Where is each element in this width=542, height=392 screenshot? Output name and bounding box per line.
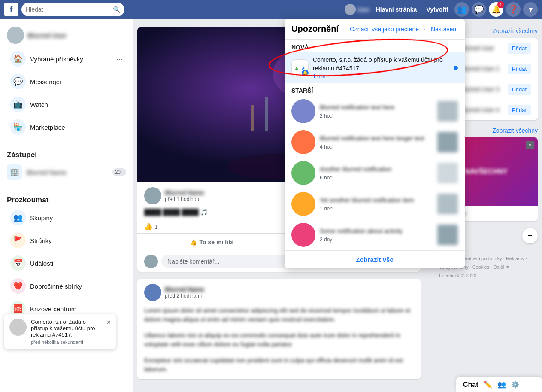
sidebar-divider-2 xyxy=(0,187,133,187)
notifications-icon-btn[interactable]: 🔔 1 xyxy=(489,2,503,17)
notif-old-4-thumb xyxy=(437,194,458,214)
like-btn[interactable]: 👍 To se mi líbí xyxy=(144,235,279,249)
notif-old-1-avatar-wrap xyxy=(291,99,315,123)
facebook-logo[interactable]: f xyxy=(4,3,18,16)
chat-new-btn[interactable]: ✏️ xyxy=(484,380,492,389)
zastupci-name: Blurred Name xyxy=(27,169,67,176)
notif-item-old-4[interactable]: Yet another blurred notification item 1 … xyxy=(285,188,465,219)
udalosti-icon: 📅 xyxy=(10,255,26,271)
post1-name: Blurred Name xyxy=(165,189,204,196)
notif-item-old-5[interactable]: Some notification about activity 2 dny xyxy=(285,219,465,250)
prozkoumat-section-label: Prozkoumat xyxy=(0,191,133,206)
hlavni-stranka-btn[interactable]: Hlavní stránka xyxy=(372,3,421,15)
sidebar-item-skupiny[interactable]: 👥 Skupiny xyxy=(3,207,130,229)
notif-text-new: Comerto, s.r.o. žádá o přístup k vašemu … xyxy=(313,56,458,73)
like-btn-label: To se mi líbí xyxy=(200,239,234,246)
add-btn-3[interactable]: Přidat xyxy=(508,84,531,95)
notif-old-5-time: 2 dny xyxy=(320,237,433,243)
toast-notification: Comerto, s.r.o. žádá o přístup k vašemu … xyxy=(4,314,116,349)
add-plus-btn[interactable]: + xyxy=(522,228,538,243)
friends-icon-btn[interactable]: 👥 xyxy=(454,2,469,17)
sidebar-item-marketplace[interactable]: 🏪 Marketplace xyxy=(3,116,130,138)
notif-old-5-thumb xyxy=(437,225,458,245)
chevron-down-icon: ▾ xyxy=(529,5,533,14)
notif-old-4-time: 1 den xyxy=(320,206,433,212)
toast-close-btn[interactable]: × xyxy=(107,319,111,326)
topnav: f 🔍 User Hlavní stránka Vytvořit 👥 💬 🔔 1… xyxy=(0,0,542,19)
post2-name: Blurred Name xyxy=(165,286,204,293)
sidebar-item-stranky[interactable]: 🚩 Stránky xyxy=(3,229,130,252)
settings-icon-btn[interactable]: ▾ xyxy=(523,2,538,17)
ad-text: NAVŠECHNY xyxy=(465,168,507,176)
sidebar-user[interactable]: Blurred User xyxy=(0,23,133,47)
notif-old-4-avatar xyxy=(291,192,315,216)
watch-icon: 📺 xyxy=(10,97,26,112)
notif-old-5-content: Some notification about activity 2 dny xyxy=(320,227,433,243)
chat-label: Chat xyxy=(463,381,478,389)
zastupci-count-badge: 20+ xyxy=(112,168,126,176)
dobrocinne-icon: ❤️ xyxy=(10,278,26,294)
sidebar-item-udalosti[interactable]: 📅 Události xyxy=(3,252,130,274)
right-action-1: Přidat xyxy=(508,43,531,54)
notif-old-3-avatar xyxy=(291,161,315,185)
show-all-link-top[interactable]: Zobrazit všechny xyxy=(492,27,538,34)
messenger-icon-btn[interactable]: 💬 xyxy=(472,2,486,17)
sidebar-user-avatar xyxy=(7,27,24,44)
udalosti-label: Události xyxy=(30,260,53,267)
search-input[interactable] xyxy=(26,6,111,13)
more-options-icon[interactable]: ··· xyxy=(116,55,123,64)
sidebar-messenger-label: Messenger xyxy=(30,78,62,85)
notif-item-new[interactable]: ▲ ▲ 🔔 Comerto, s.r.o. žádá o přístup k v… xyxy=(285,52,465,83)
notif-old-1-text: Blurred notification text here xyxy=(320,103,433,112)
add-btn-1[interactable]: Přidat xyxy=(508,43,531,54)
notif-old-5-text: Some notification about activity xyxy=(320,227,433,236)
notif-old-5-avatar xyxy=(291,223,315,247)
notif-old-2-content: Blurred notification text here longer te… xyxy=(320,134,433,150)
chat-contacts-btn[interactable]: 👥 xyxy=(497,380,506,389)
mark-all-read-btn[interactable]: Označit vše jako přečtené xyxy=(350,26,419,33)
notif-item-old-3[interactable]: Another blurred notification 6 hod xyxy=(285,158,465,188)
post1-emoji: 🎵 xyxy=(200,209,208,216)
notif-time-new: 1 min xyxy=(313,73,458,79)
close-ad-btn[interactable]: × xyxy=(526,141,534,149)
right-action-4: Přidat xyxy=(508,105,531,115)
sidebar-feed-label: Vybrané příspěvky xyxy=(30,55,83,63)
notif-old-3-time: 6 hod xyxy=(320,175,433,181)
sidebar-item-watch[interactable]: 📺 Watch xyxy=(3,93,130,115)
sidebar-zastupci-item[interactable]: 🏢 Blurred Name 20+ xyxy=(0,161,133,183)
username-label: User xyxy=(357,6,370,13)
notif-old-1-time: 2 hod xyxy=(320,113,433,119)
notif-settings-btn[interactable]: Nastavení xyxy=(431,26,458,33)
sidebar-item-messenger[interactable]: 💬 Messenger xyxy=(3,70,130,93)
messenger-icon: 💬 xyxy=(474,5,484,14)
post2-header: Blurred Name před 2 hodinami xyxy=(137,279,421,306)
notif-old-3-avatar-wrap xyxy=(291,161,315,185)
show-all-link-2[interactable]: Zobrazit všechny xyxy=(492,127,538,134)
chat-settings-btn[interactable]: ⚙️ xyxy=(511,380,520,389)
notif-item-old-1[interactable]: Blurred notification text here 2 hod xyxy=(285,96,465,127)
add-btn-2[interactable]: Přidat xyxy=(508,64,531,74)
notif-old-1-content: Blurred notification text here 2 hod xyxy=(320,103,433,119)
add-btn-4[interactable]: Přidat xyxy=(508,105,531,115)
post-card-2: Blurred Name před 2 hodinami Lorem ipsum… xyxy=(137,279,421,379)
user-profile-btn[interactable]: User xyxy=(345,4,370,15)
notif-header: Upozornění Označit vše jako přečtené · N… xyxy=(285,19,465,40)
help-icon-btn[interactable]: ❓ xyxy=(506,2,521,17)
notif-type-icon: 🔔 xyxy=(301,69,309,77)
toast-avatar xyxy=(9,319,27,336)
vytvorit-btn[interactable]: Vytvořit xyxy=(423,3,452,15)
unread-dot xyxy=(454,66,458,70)
logo-green-part: ▲ xyxy=(294,64,300,71)
notification-badge: 1 xyxy=(497,1,504,8)
sidebar-item-dobrocinne[interactable]: ❤️ Dobročinné sbírky xyxy=(3,275,130,297)
notif-old-2-thumb xyxy=(437,132,458,152)
sidebar-marketplace-label: Marketplace xyxy=(30,124,65,131)
toast-text: Comerto, s.r.o. žádá o přístup k vašemu … xyxy=(31,319,103,338)
sidebar-item-feed[interactable]: 🏠 Vybrané příspěvky ··· xyxy=(3,48,130,70)
notif-old-4-avatar-wrap xyxy=(291,192,315,216)
notif-old-3-thumb xyxy=(437,163,458,183)
notif-item-old-2[interactable]: Blurred notification text here longer te… xyxy=(285,127,465,158)
search-bar[interactable]: 🔍 xyxy=(21,3,124,16)
notif-old-1-thumb xyxy=(437,101,458,122)
show-all-btn[interactable]: Zobrazit vše xyxy=(285,250,465,268)
